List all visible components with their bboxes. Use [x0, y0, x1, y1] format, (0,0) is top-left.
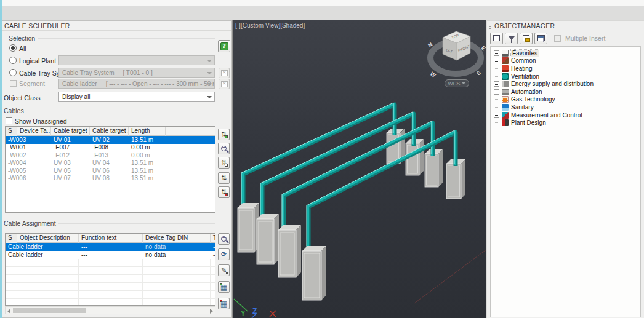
- logical-plant-select[interactable]: [58, 55, 215, 65]
- tree-item-label[interactable]: Heating: [511, 65, 532, 72]
- filter-button[interactable]: [505, 33, 518, 44]
- plant-design-icon: [502, 119, 509, 126]
- data-grid-button[interactable]: [534, 33, 547, 44]
- tree-item-heating[interactable]: Heating: [491, 65, 640, 73]
- tree-branch-line: [494, 107, 499, 108]
- empty-row[interactable]: [6, 267, 215, 275]
- cable-reroute-button[interactable]: [218, 172, 230, 184]
- expand-plus-icon[interactable]: [494, 89, 499, 95]
- expand-plus-icon[interactable]: [494, 81, 499, 87]
- tree-item-label[interactable]: Energy supply and distribution: [511, 81, 594, 87]
- object-manager-tree[interactable]: Favorites Common Heating Ventilation Ene…: [490, 46, 641, 317]
- empty-row[interactable]: [6, 299, 215, 306]
- cable-assignment-table[interactable]: S Object Description Function text Devic…: [5, 233, 215, 306]
- table-row[interactable]: -W005UV 05UV 0613.51 m: [6, 167, 215, 175]
- scrollbar-thumb[interactable]: [13, 308, 86, 313]
- cable-route-button[interactable]: [218, 157, 230, 169]
- cable-remove-button[interactable]: [218, 186, 230, 198]
- cables-table-header[interactable]: S Device Ta... Cable target ... Cable ta…: [6, 127, 215, 136]
- clear-tray-button[interactable]: [219, 68, 230, 78]
- compass-west[interactable]: W: [429, 71, 437, 79]
- viewport-controls-label[interactable]: [-][Custom View][Shaded]: [235, 22, 305, 29]
- apply-button[interactable]: [218, 40, 230, 52]
- horizontal-scrollbar[interactable]: [5, 306, 215, 314]
- tree-item-common[interactable]: Common: [491, 57, 640, 65]
- green-dot-icon: [225, 135, 228, 138]
- radio-logical-plant[interactable]: [9, 57, 17, 64]
- table-row[interactable]: -W004UV 03UV 0413.51 m: [6, 159, 215, 167]
- panel-layout-button[interactable]: [490, 33, 503, 44]
- view-cube[interactable]: N E S W TOP LFT FRONT: [427, 31, 486, 79]
- radio-all[interactable]: [9, 44, 17, 52]
- expand-plus-icon[interactable]: [494, 50, 499, 56]
- window-key-button[interactable]: [520, 33, 533, 44]
- assignment-remove-button[interactable]: [218, 298, 230, 309]
- tree-item-label[interactable]: Gas Technology: [511, 96, 555, 103]
- viewport-3d[interactable]: [-][Custom View][Shaded]: [232, 20, 486, 318]
- clear-segment-button[interactable]: [219, 79, 230, 89]
- expand-plus-icon[interactable]: [494, 58, 499, 63]
- tree-item-favorites[interactable]: Favorites: [491, 49, 640, 57]
- col-cable-target-1[interactable]: Cable target ...: [51, 127, 90, 136]
- radio-cable-tray-system[interactable]: [9, 69, 17, 76]
- assignment-zoom-button[interactable]: [218, 233, 230, 245]
- wcs-selector[interactable]: WCS: [445, 79, 469, 87]
- tree-item-label[interactable]: Sanitary: [511, 104, 534, 111]
- col-s[interactable]: S: [6, 127, 17, 136]
- table-row[interactable]: Cable ladder---no data-: [6, 251, 215, 259]
- table-row[interactable]: -W002-F012-F0130.00 m: [6, 151, 215, 159]
- tree-item-measurement-control[interactable]: Measurement and Control: [491, 111, 640, 119]
- col-length[interactable]: Length: [129, 127, 166, 136]
- cable-zoom-button[interactable]: [218, 143, 230, 154]
- viewport-canvas[interactable]: N E S W TOP LFT FRONT Y Z: [233, 20, 486, 318]
- cable-tray-system-select[interactable]: Cable Tray System[ T001 - 0 ]: [58, 68, 215, 78]
- tree-item-label[interactable]: Plant Design: [511, 119, 546, 126]
- col-s[interactable]: S: [6, 234, 17, 243]
- assignment-table-header[interactable]: S Object Description Function text Devic…: [6, 234, 215, 243]
- table-row[interactable]: Cable ladder---no data-: [6, 243, 215, 251]
- tree-item-label[interactable]: Common: [511, 57, 536, 64]
- object-class-select[interactable]: Display all: [58, 92, 215, 102]
- table-row[interactable]: -W003UV 01UV 0213.51 m: [6, 136, 215, 144]
- chevron-down-icon: [207, 72, 212, 74]
- col-function-text[interactable]: Function text: [79, 234, 143, 243]
- empty-row[interactable]: [6, 291, 215, 299]
- tree-item-gas-technology[interactable]: Gas Technology: [491, 96, 640, 104]
- checkbox-multiple-insert[interactable]: [554, 35, 561, 42]
- segment-select[interactable]: Cable ladder[ --- - --- - Open - --- - -…: [58, 79, 215, 89]
- tree-item-plant-design[interactable]: Plant Design: [491, 119, 640, 127]
- assignment-pick-button[interactable]: [218, 264, 230, 276]
- scroll-right-icon[interactable]: [210, 309, 213, 314]
- col-object-description[interactable]: Object Description: [17, 234, 79, 243]
- tree-item-energy-supply[interactable]: Energy supply and distribution: [491, 80, 640, 88]
- expand-plus-icon[interactable]: [494, 113, 499, 118]
- checkbox-segment[interactable]: [10, 80, 17, 87]
- col-device-tag-din[interactable]: Device Tag DIN: [143, 234, 211, 243]
- tree-item-label[interactable]: Automation: [511, 89, 542, 95]
- tree-item-ventilation[interactable]: Ventilation: [491, 73, 640, 81]
- tree-item-label[interactable]: Measurement and Control: [511, 112, 582, 119]
- refresh-icon: [221, 250, 227, 258]
- col-cable-target-2[interactable]: Cable target ...: [90, 127, 129, 136]
- checkbox-show-unassigned[interactable]: [6, 117, 12, 124]
- empty-row[interactable]: [6, 259, 215, 267]
- table-row[interactable]: -W006UV 07UV 0813.51 m: [6, 175, 215, 183]
- assignment-refresh-button[interactable]: [218, 248, 230, 260]
- tree-item-automation[interactable]: Automation: [491, 88, 640, 96]
- assignment-add-button[interactable]: [218, 281, 230, 293]
- scroll-left-icon[interactable]: [7, 309, 10, 314]
- tree-item-label[interactable]: Favorites: [511, 50, 539, 57]
- drag-grip-icon[interactable]: [489, 23, 491, 29]
- col-t[interactable]: T: [211, 234, 215, 243]
- col-device-tag[interactable]: Device Ta...: [17, 127, 51, 136]
- compass-south[interactable]: S: [475, 70, 482, 77]
- empty-row[interactable]: [6, 275, 215, 283]
- zoom-out-icon: [221, 146, 227, 151]
- tree-item-label[interactable]: Ventilation: [511, 73, 539, 80]
- cable-assign-button[interactable]: [218, 129, 230, 140]
- table-row[interactable]: -W001-F007-F0080.00 m: [6, 144, 215, 152]
- tree-item-sanitary[interactable]: Sanitary: [491, 103, 640, 111]
- empty-row[interactable]: [6, 283, 215, 291]
- checkbox-segment-label: Segment: [19, 80, 45, 87]
- cables-table[interactable]: S Device Ta... Cable target ... Cable ta…: [5, 126, 215, 213]
